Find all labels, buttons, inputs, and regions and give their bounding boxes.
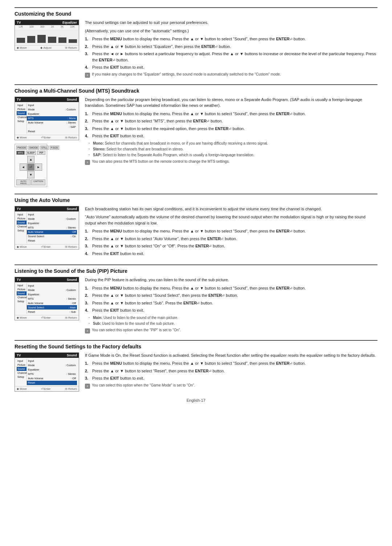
step-text: Press the ▲ or ▼ button to select "Auto … <box>92 236 377 242</box>
tip-section: ≥You can select this option when the "PI… <box>85 328 377 333</box>
section-body: TVSoundInputPictureSoundChannelSetupInpu… <box>15 352 377 392</box>
steps-list: 1.Press the MENU button to display the m… <box>85 228 377 256</box>
step-number: 2. <box>85 118 91 124</box>
intro-text: The sound settings can be adjusted to su… <box>85 20 377 26</box>
tip-icon: ≥ <box>85 73 90 78</box>
step-3: 3.Press the ◄ or ► buttons to select a p… <box>85 51 377 63</box>
section-body: TVSoundInputPictureSoundChannelSetupInpu… <box>15 97 377 187</box>
step-text: Press the MENU button to display the men… <box>92 111 377 117</box>
section-content: During the PIP feature is activating, yo… <box>85 277 377 333</box>
tv-screen-customizing-sound: TVEqualizerL/R1003001K3K10K◆ Move◆ Adjus… <box>15 20 79 50</box>
section-title: Using the Auto Volume <box>15 197 377 203</box>
step-number: 3. <box>85 375 91 381</box>
steps-list: 1.Press the MENU button to display the m… <box>85 285 377 314</box>
step-4: 4.Press the EXIT button to exit. <box>85 251 377 257</box>
step-2: 2.Press the ▲ or ▼ button to select "MTS… <box>85 118 377 124</box>
section-content: The sound settings can be adjusted to su… <box>85 20 377 78</box>
step-text: Press the EXIT button to exit. <box>92 64 377 70</box>
step-text: Press the ▲ or ▼ button to select the re… <box>92 126 377 132</box>
step-1: 1.Press the MENU button to display the m… <box>85 228 377 234</box>
step-text: Press the ▲ or ▼ button to select "On" o… <box>92 243 377 249</box>
step-text: Press the EXIT button to exit. <box>92 375 377 381</box>
step-number: 1. <box>85 36 91 42</box>
section-body: TVSoundInputPictureSoundChannelSetupInpu… <box>15 277 377 333</box>
section-customizing-sound: Customizing the SoundTVEqualizerL/R10030… <box>15 7 377 78</box>
step-3: 3.Press the ▲ or ▼ button to select the … <box>85 126 377 132</box>
tip-text: You can select this option when the "Gam… <box>92 383 195 387</box>
step-3: 3.Press the ▲ or ▼ button to select "Sub… <box>85 300 377 306</box>
step-text: Press the MENU button to display the men… <box>92 228 377 234</box>
step-number: 3. <box>85 243 91 249</box>
page-number: English-17 <box>15 398 377 403</box>
section-auto-volume: Using the Auto VolumeTVSoundInputPicture… <box>15 194 377 258</box>
intro-text: Each broadcasting station has its own si… <box>85 206 377 212</box>
step-number: 4. <box>85 133 91 139</box>
step-1: 1.Press the MENU button to display the m… <box>85 285 377 291</box>
step-text: Press the EXIT button to exit. <box>92 251 377 257</box>
step-text: Press the EXIT button to exit. <box>92 133 377 139</box>
step-2: 2.Press the ▲ or ▼ button to select "Sou… <box>85 292 377 299</box>
step-number: 4. <box>85 307 91 314</box>
note-item: ·Sub: Used to listen to the sound of the… <box>89 321 377 326</box>
note-item: ·Stereo: Select for channels that are br… <box>89 147 377 152</box>
intro-text: If Game Mode is On, the Reset Sound func… <box>85 352 377 359</box>
step-number: 4. <box>85 64 91 70</box>
section-content: If Game Mode is On, the Reset Sound func… <box>85 352 377 389</box>
section-title: Listening to the Sound of the Sub (PIP) … <box>15 268 377 274</box>
step-text: Press the ▲ or ▼ button to select "MTS",… <box>92 118 377 124</box>
tip-text: If you make any changes to the "Equalize… <box>92 72 281 76</box>
step-3: 3.Press the EXIT button to exit. <box>85 375 377 381</box>
step-number: 3. <box>85 300 91 306</box>
step-1: 1.Press the MENU button to display the m… <box>85 36 377 42</box>
section-mts-soundtrack: Choosing a Multi-Channel Sound (MTS) Sou… <box>15 84 377 187</box>
step-number: 3. <box>85 126 91 132</box>
note-item: ·Main: Used to listen to the sound of th… <box>89 315 377 320</box>
tip-icon: ≥ <box>85 328 90 333</box>
step-text: Press the EXIT button to exit. <box>92 307 377 314</box>
tip-text: You can also press the MTS button on the… <box>92 159 230 163</box>
step-number: 2. <box>85 368 91 374</box>
tip-icon: ≥ <box>85 160 90 165</box>
section-title: Customizing the Sound <box>15 11 377 17</box>
step-number: 2. <box>85 44 91 50</box>
step-text: Press the MENU button to display the men… <box>92 360 377 367</box>
step-number: 4. <box>85 251 91 257</box>
section-body: TVEqualizerL/R1003001K3K10K◆ Move◆ Adjus… <box>15 20 377 78</box>
tip-icon: ≥ <box>85 384 90 389</box>
steps-list: 1.Press the MENU button to display the m… <box>85 36 377 70</box>
section-content: Each broadcasting station has its own si… <box>85 206 377 258</box>
tv-screen-reset-sound: TVSoundInputPictureSoundChannelSetupInpu… <box>15 352 79 392</box>
steps-list: 1.Press the MENU button to display the m… <box>85 111 377 139</box>
steps-list: 1.Press the MENU button to display the m… <box>85 360 377 381</box>
step-2: 2.Press the ▲ or ▼ button to select "Equ… <box>85 44 377 50</box>
section-body: TVSoundInputPictureSoundChannelSetupInpu… <box>15 206 377 258</box>
step-number: 1. <box>85 228 91 234</box>
notes-section: ·Mono: Select for channels that are broa… <box>85 141 377 158</box>
section-reset-sound: Resetting the Sound Settings to the Fact… <box>15 340 377 392</box>
step-number: 1. <box>85 111 91 117</box>
step-text: Press the MENU button to display the men… <box>92 285 377 291</box>
step-4: 4.Press the EXIT button to exit. <box>85 64 377 70</box>
tip-section: ≥You can also press the MTS button on th… <box>85 159 377 165</box>
step-1: 1.Press the MENU button to display the m… <box>85 360 377 367</box>
tv-screen-pip-sound: TVSoundInputPictureSoundChannelSetupInpu… <box>15 277 79 320</box>
intro-text: "Auto Volume" automatically adjusts the … <box>85 214 377 226</box>
step-4: 4.Press the EXIT button to exit. <box>85 133 377 139</box>
step-2: 2.Press the ▲ or ▼ button to select "Aut… <box>85 236 377 242</box>
note-item: ·Mono: Select for channels that are broa… <box>89 141 377 146</box>
step-2: 2.Press the ▲ or ▼ button to select "Res… <box>85 368 377 374</box>
step-text: Press the MENU button to display the men… <box>92 36 377 42</box>
notes-section: ·Main: Used to listen to the sound of th… <box>85 315 377 326</box>
tv-screen-auto-volume: TVSoundInputPictureSoundChannelSetupInpu… <box>15 206 79 250</box>
note-item: ·SAP: Select to listen to the Separate A… <box>89 153 377 158</box>
intro-text: (Alternatively, you can use one of the "… <box>85 28 377 34</box>
step-number: 2. <box>85 236 91 242</box>
intro-text: During the PIP feature is activating, yo… <box>85 277 377 283</box>
step-3: 3.Press the ▲ or ▼ button to select "On"… <box>85 243 377 249</box>
step-text: Press the ▲ or ▼ button to select "Equal… <box>92 44 377 50</box>
step-number: 1. <box>85 360 91 367</box>
section-content: Depending on the particular program bein… <box>85 97 377 165</box>
step-text: Press the ▲ or ▼ button to select "Sub".… <box>92 300 377 306</box>
intro-text: Depending on the particular program bein… <box>85 97 377 109</box>
page-container: Customizing the SoundTVEqualizerL/R10030… <box>15 7 377 392</box>
